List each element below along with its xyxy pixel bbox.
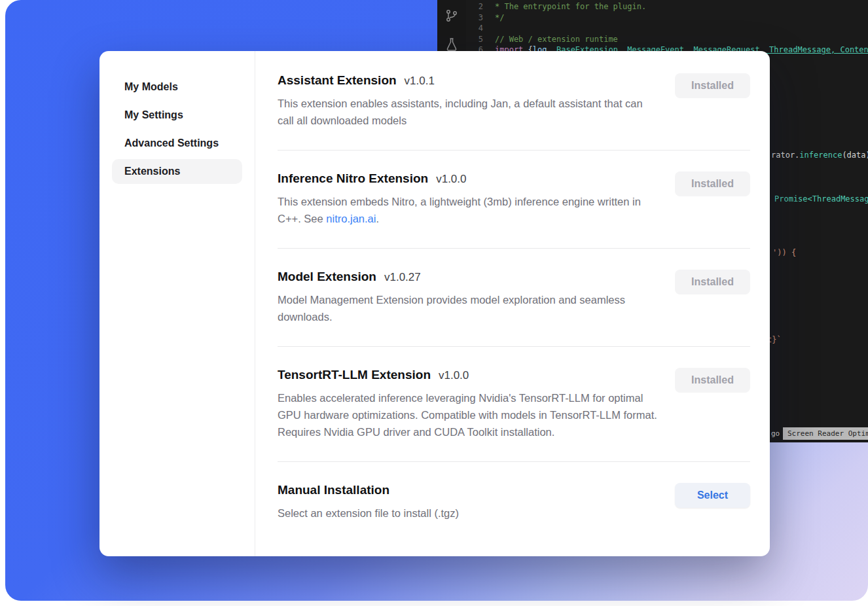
comment-text: // Web / extension runtime <box>495 35 618 44</box>
extension-row-assistant: Assistant Extension v1.0.1 This extensio… <box>278 51 750 150</box>
extension-version: v1.0.0 <box>436 173 466 186</box>
code-fragment-inference: rator.inference(data)); <box>771 151 868 160</box>
line-number: 4 <box>471 23 483 34</box>
description-text: . <box>376 213 379 224</box>
extension-title-line: TensortRT-LLM Extension v1.0.0 <box>278 368 660 382</box>
extension-row-nitro: Inference Nitro Extension v1.0.0 This ex… <box>278 150 750 248</box>
installed-button[interactable]: Installed <box>675 270 750 294</box>
extension-title: TensortRT-LLM Extension <box>278 368 431 382</box>
extension-title: Assistant Extension <box>278 73 397 88</box>
code-text: rator. <box>771 151 799 160</box>
editor-gutter: 2 3 4 5 6 <box>471 1 483 56</box>
extension-title: Model Extension <box>278 270 376 284</box>
code-text: (data)); <box>842 151 868 160</box>
extension-text: Assistant Extension v1.0.1 This extensio… <box>278 73 660 129</box>
status-bar-text: go <box>771 429 780 438</box>
comment-text: */ <box>495 13 504 22</box>
code-line-4 <box>495 23 868 34</box>
installed-button[interactable]: Installed <box>675 73 750 98</box>
extension-row-tensorrt: TensortRT-LLM Extension v1.0.0 Enables a… <box>278 346 750 461</box>
extension-title-line: Inference Nitro Extension v1.0.0 <box>278 171 660 186</box>
line-number: 3 <box>471 12 483 24</box>
code-line-2: * The entrypoint for the plugin. <box>495 1 868 12</box>
extension-text: TensortRT-LLM Extension v1.0.0 Enables a… <box>278 368 660 440</box>
extension-title-line: Assistant Extension v1.0.1 <box>278 73 660 88</box>
code-fragment-string: ')) { <box>772 248 796 257</box>
extension-version: v1.0.0 <box>439 369 469 382</box>
sidebar-item-my-models[interactable]: My Models <box>112 75 242 99</box>
sidebar-item-my-settings[interactable]: My Settings <box>112 103 242 128</box>
line-number: 2 <box>471 1 483 12</box>
screen-reader-chip[interactable]: Screen Reader Optimize <box>783 427 868 440</box>
extension-text: Manual Installation Select an extension … <box>278 483 459 522</box>
select-button[interactable]: Select <box>675 483 750 508</box>
beaker-icon[interactable] <box>444 37 460 52</box>
extensions-list: Assistant Extension v1.0.1 This extensio… <box>255 51 770 556</box>
comment-text: * The entrypoint for the plugin. <box>495 2 646 11</box>
extension-title-line: Manual Installation <box>278 483 459 497</box>
screen: 2 3 4 5 6 * The entrypoint for the plugi… <box>0 0 868 606</box>
extension-row-model: Model Extension v1.0.27 Model Management… <box>278 248 750 346</box>
code-line-3: */ <box>495 12 868 24</box>
extension-description: Enables accelerated inference leveraging… <box>278 389 660 440</box>
settings-sidebar: My Models My Settings Advanced Settings … <box>99 51 255 556</box>
sidebar-item-advanced-settings[interactable]: Advanced Settings <box>112 131 242 156</box>
settings-modal: My Models My Settings Advanced Settings … <box>99 51 770 556</box>
extension-title: Inference Nitro Extension <box>278 171 428 186</box>
nitro-link[interactable]: nitro.jan.ai <box>326 213 376 224</box>
source-control-icon[interactable] <box>444 8 460 24</box>
line-number: 5 <box>471 34 483 45</box>
installed-button[interactable]: Installed <box>675 171 750 196</box>
extension-version: v1.0.27 <box>384 271 421 284</box>
extension-description: This extension enables assistants, inclu… <box>278 95 660 129</box>
extension-text: Model Extension v1.0.27 Model Management… <box>278 270 660 325</box>
extension-description: Select an extension file to install (.tg… <box>278 505 459 522</box>
extension-text: Inference Nitro Extension v1.0.0 This ex… <box>278 171 660 227</box>
installed-button[interactable]: Installed <box>675 368 750 393</box>
code-fragment-promise: Promise<ThreadMessage> <box>774 194 868 204</box>
extension-title-line: Model Extension v1.0.27 <box>278 270 660 284</box>
extension-row-manual-installation: Manual Installation Select an extension … <box>278 461 750 543</box>
extension-description: This extension embeds Nitro, a lightweig… <box>278 193 660 227</box>
extension-version: v1.0.1 <box>405 75 435 88</box>
sidebar-item-extensions[interactable]: Extensions <box>112 159 242 184</box>
code-line-5: // Web / extension runtime <box>495 34 868 45</box>
method-token: inference <box>799 151 842 160</box>
extension-title: Manual Installation <box>278 483 389 497</box>
extension-description: Model Management Extension provides mode… <box>278 291 660 325</box>
editor-code[interactable]: * The entrypoint for the plugin. */ // W… <box>495 1 868 56</box>
